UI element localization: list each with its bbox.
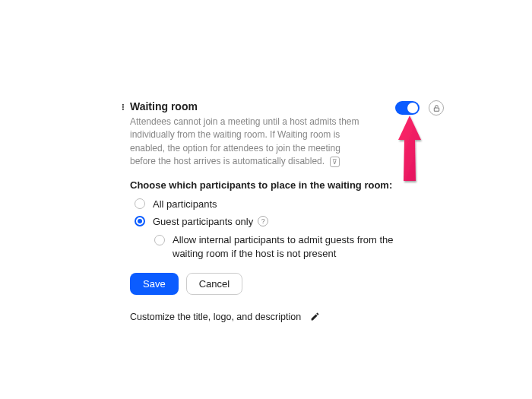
cancel-button[interactable]: Cancel <box>186 273 242 295</box>
option-all-participants[interactable]: All participants <box>130 198 457 210</box>
svg-rect-0 <box>434 108 439 111</box>
help-icon[interactable]: ? <box>258 216 268 226</box>
customize-row: Customize the title, logo, and descripti… <box>130 312 457 322</box>
radio-icon <box>135 198 145 209</box>
edit-icon[interactable] <box>310 312 320 321</box>
save-button[interactable]: Save <box>130 273 179 295</box>
waiting-room-toggle[interactable] <box>395 101 420 115</box>
option-guest-participants[interactable]: Guest participants only ? <box>130 216 457 227</box>
lock-button[interactable] <box>429 100 444 116</box>
participants-subhead: Choose which participants to place in th… <box>130 179 457 191</box>
option-label: All participants <box>153 198 217 210</box>
button-row: Save Cancel <box>130 273 457 295</box>
description-text: Attendees cannot join a meeting until a … <box>130 116 359 166</box>
option-label: Allow internal participants to admit gue… <box>173 233 408 261</box>
setting-description: Attendees cannot join a meeting until a … <box>130 116 366 169</box>
option-label: Guest participants only <box>153 216 253 227</box>
toggle-area <box>395 100 444 116</box>
radio-icon <box>135 216 145 226</box>
waiting-room-setting: Waiting room Attendees cannot join a mee… <box>130 100 457 322</box>
option-allow-internal[interactable]: Allow internal participants to admit gue… <box>150 233 457 261</box>
more-indicator: ⁝ <box>122 102 125 112</box>
customize-text: Customize the title, logo, and descripti… <box>130 312 301 322</box>
radio-icon <box>154 235 165 245</box>
reset-icon[interactable]: ⊽ <box>330 157 340 167</box>
